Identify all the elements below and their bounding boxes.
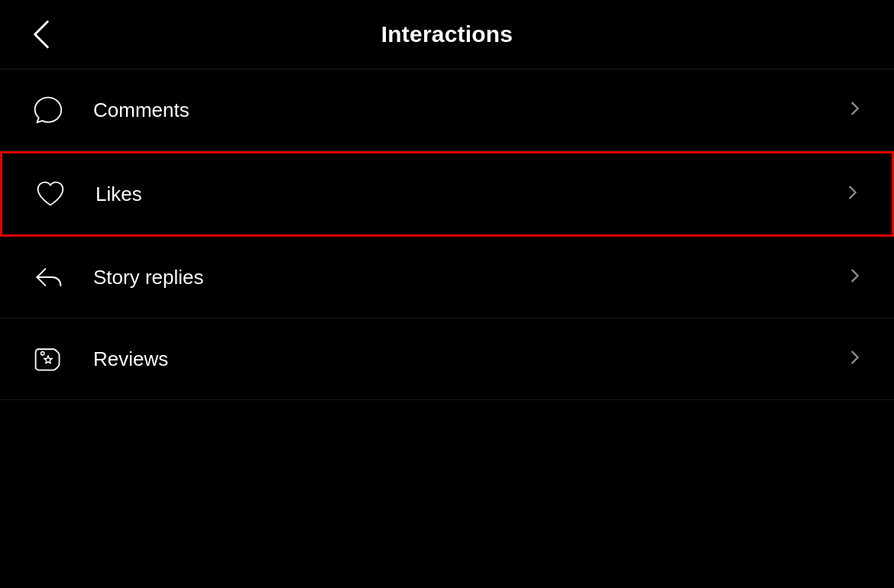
menu-item-comments[interactable]: Comments (0, 69, 894, 151)
comments-label: Comments (93, 99, 189, 122)
page-title: Interactions (381, 21, 513, 47)
menu-item-left-likes: Likes (33, 176, 142, 212)
story-replies-chevron-icon (847, 266, 863, 289)
menu-item-story-replies[interactable]: Story replies (0, 237, 894, 318)
reviews-label: Reviews (93, 347, 168, 371)
comment-icon (31, 92, 66, 128)
reviews-icon (31, 341, 66, 376)
menu-item-left-story-replies: Story replies (31, 260, 204, 295)
menu-item-left-comments: Comments (31, 92, 189, 128)
svg-point-0 (40, 351, 44, 355)
back-button[interactable] (31, 19, 52, 50)
comments-chevron-icon (847, 99, 863, 122)
likes-chevron-icon (844, 183, 861, 206)
menu-item-likes[interactable]: Likes (0, 151, 894, 237)
header: Interactions (0, 0, 894, 69)
likes-label: Likes (96, 183, 142, 206)
menu-item-reviews[interactable]: Reviews (0, 318, 894, 400)
heart-icon (33, 176, 68, 212)
menu-list: Comments Likes (0, 69, 894, 400)
story-replies-label: Story replies (93, 266, 204, 289)
reviews-chevron-icon (847, 347, 863, 371)
reply-icon (31, 260, 66, 295)
menu-item-left-reviews: Reviews (31, 341, 168, 376)
